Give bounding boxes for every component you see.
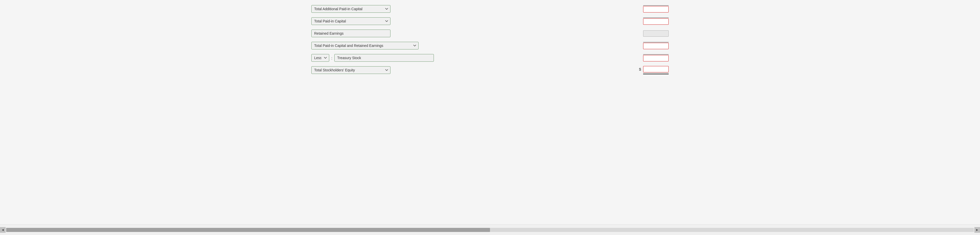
line-above-5	[643, 54, 669, 55]
scroll-left-arrow[interactable]: ◀	[0, 227, 6, 233]
dropdown-total-stockholders-equity[interactable]: Total Stockholders' Equity	[311, 66, 390, 74]
scrollbar-container: ◀ ▶	[0, 224, 980, 235]
row-retained-earnings	[311, 30, 669, 37]
value-cell-5	[643, 54, 669, 62]
dropdown-total-additional-paid-in-capital[interactable]: Total Additional Paid-in Capital	[311, 5, 390, 13]
double-line-1	[643, 73, 669, 74]
content-area: Total Additional Paid-in Capital Total P…	[0, 0, 980, 224]
form-section: Total Additional Paid-in Capital Total P…	[311, 3, 669, 224]
value-cell-3	[643, 30, 669, 37]
value-input-1[interactable]	[643, 6, 669, 13]
value-input-4[interactable]	[643, 43, 669, 49]
value-input-3-gray	[643, 30, 669, 37]
value-cell-4	[643, 42, 669, 49]
scroll-thumb[interactable]	[6, 228, 490, 232]
row-total-paid-in-capital: Total Paid-in Capital	[311, 17, 669, 25]
dollar-sign: $	[639, 67, 641, 71]
value-cell-6: $	[639, 66, 669, 74]
dropdown-total-paid-in-capital[interactable]: Total Paid-in Capital	[311, 17, 390, 25]
input-retained-earnings[interactable]	[311, 30, 390, 37]
scroll-right-arrow[interactable]: ▶	[974, 227, 980, 233]
value-input-2[interactable]	[643, 18, 669, 25]
value-cell-2	[643, 17, 669, 25]
value-input-6[interactable]	[643, 66, 669, 73]
double-line-2	[643, 74, 669, 74]
row-total-paid-in-capital-retained-earnings: Total Paid-in Capital and Retained Earni…	[311, 42, 669, 49]
value-input-5[interactable]	[643, 55, 669, 62]
main-container: Total Additional Paid-in Capital Total P…	[0, 0, 980, 235]
line-above-2	[643, 17, 669, 18]
value-cell-1	[643, 5, 669, 13]
row-treasury-stock: Less :	[311, 54, 669, 62]
double-line-below	[643, 73, 669, 74]
input-treasury-stock[interactable]	[334, 54, 434, 62]
row-total-stockholders-equity: Total Stockholders' Equity $	[311, 66, 669, 74]
colon-separator: :	[331, 56, 332, 60]
dropdown-total-paid-in-capital-retained-earnings[interactable]: Total Paid-in Capital and Retained Earni…	[311, 42, 418, 49]
row-total-additional-paid-in-capital: Total Additional Paid-in Capital	[311, 5, 669, 13]
dropdown-less[interactable]: Less	[311, 54, 329, 62]
scroll-track[interactable]	[6, 228, 974, 232]
line-above-1	[643, 5, 669, 6]
